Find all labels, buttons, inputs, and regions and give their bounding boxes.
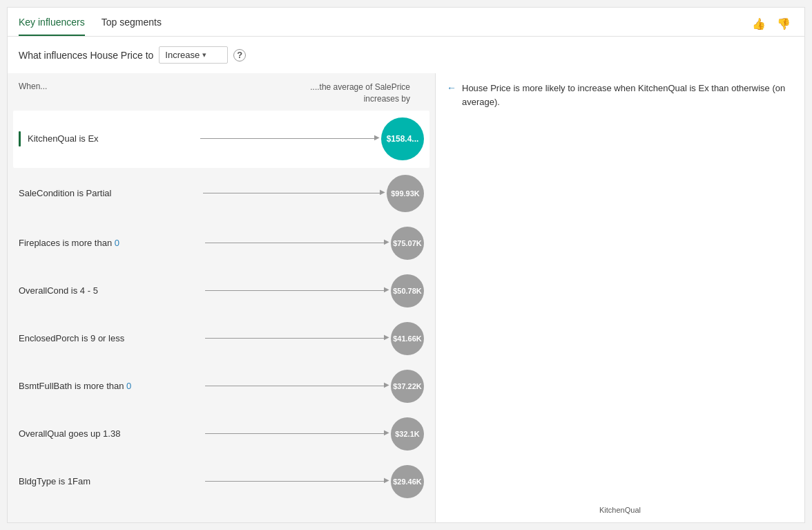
value-bubble-overallcond: $50.78K xyxy=(391,274,424,307)
item-label-bldgtype: BldgType is 1Fam xyxy=(19,476,200,486)
column-headers: When... ....the average of SalePrice inc… xyxy=(19,79,424,111)
question-row: What influences House Price to Increase … xyxy=(8,37,804,73)
chart-title: House Price is more likely to increase w… xyxy=(462,82,793,108)
connector-line-enclosedporch xyxy=(205,338,386,339)
influencer-item-enclosedporch[interactable]: EnclosedPorch is 9 or less$41.66K xyxy=(19,315,424,363)
influencer-item-salecondition[interactable]: SaleCondition is Partial$99.93K xyxy=(19,168,424,220)
item-label-fireplaces: Fireplaces is more than 0 xyxy=(19,238,200,248)
connector-line-fireplaces xyxy=(205,243,386,243)
chart-area: KitchenQual xyxy=(447,117,793,514)
chevron-down-icon: ▾ xyxy=(202,50,206,59)
right-panel: ← House Price is more likely to increase… xyxy=(436,73,804,522)
influence-dropdown[interactable]: Increase ▾ xyxy=(159,46,228,64)
item-label-overallqual: OverallQual goes up 1.38 xyxy=(19,428,200,439)
question-prefix: What influences House Price to xyxy=(19,50,153,61)
value-bubble-overallqual: $32.1K xyxy=(391,417,424,451)
influencer-list: KitchenQual is Ex$158.4...SaleCondition … xyxy=(19,111,424,506)
item-label-text-salecondition: SaleCondition is Partial xyxy=(19,188,111,198)
tab-top-segments[interactable]: Top segments xyxy=(102,17,162,36)
influencer-item-overallqual[interactable]: OverallQual goes up 1.38$32.1K xyxy=(19,410,424,458)
connector-line-bsmtfullbath xyxy=(205,386,386,386)
left-panel: When... ....the average of SalePrice inc… xyxy=(8,73,436,522)
item-label-text-bldgtype: BldgType is 1Fam xyxy=(19,476,90,486)
chart-header: ← House Price is more likely to increase… xyxy=(447,82,793,108)
value-bubble-fireplaces: $75.07K xyxy=(391,227,424,260)
item-label-enclosedporch: EnclosedPorch is 9 or less xyxy=(19,333,200,343)
value-bubble-bsmtfullbath: $37.22K xyxy=(391,370,424,403)
connector-line-bldgtype xyxy=(205,481,386,482)
dropdown-value: Increase xyxy=(165,50,200,60)
col-when-label: When... xyxy=(19,82,310,91)
item-label-text-overallqual: OverallQual goes up 1.38 xyxy=(19,428,120,439)
tabs-left: Key influencers Top segments xyxy=(19,17,162,36)
x-axis-label: KitchenQual xyxy=(447,506,793,514)
help-icon[interactable]: ? xyxy=(233,49,246,61)
value-bubble-enclosedporch: $41.66K xyxy=(391,322,424,355)
bar-chart-container xyxy=(447,117,793,503)
connector-line-overallcond xyxy=(205,290,386,291)
thumbs-up-button[interactable]: 👍 xyxy=(749,16,768,32)
item-label-text-enclosedporch: EnclosedPorch is 9 or less xyxy=(19,333,124,343)
main-container: Key influencers Top segments 👍 👎 What in… xyxy=(7,7,805,523)
influencer-item-bldgtype[interactable]: BldgType is 1Fam$29.46K xyxy=(19,458,424,506)
influencer-item-bsmtfullbath[interactable]: BsmtFullBath is more than 0$37.22K xyxy=(19,363,424,410)
connector-line-overallqual xyxy=(205,433,386,434)
item-label-text-overallcond: OverallCond is 4 - 5 xyxy=(19,285,98,296)
item-label-text-fireplaces: Fireplaces is more than 0 xyxy=(19,238,119,248)
influencer-item-overallcond[interactable]: OverallCond is 4 - 5$50.78K xyxy=(19,267,424,315)
item-label-overallcond: OverallCond is 4 - 5 xyxy=(19,285,200,296)
thumbs-down-button[interactable]: 👎 xyxy=(774,16,793,32)
tabs-row: Key influencers Top segments 👍 👎 xyxy=(8,8,804,37)
connector-line-salecondition xyxy=(203,193,382,193)
value-bubble-kitchenqual: $158.4... xyxy=(381,117,424,160)
tab-key-influencers[interactable]: Key influencers xyxy=(19,17,85,36)
influencer-item-kitchenqual[interactable]: KitchenQual is Ex$158.4... xyxy=(13,111,429,168)
value-bubble-bldgtype: $29.46K xyxy=(391,465,424,498)
item-label-text-bsmtfullbath: BsmtFullBath is more than 0 xyxy=(19,381,131,391)
tabs-icons: 👍 👎 xyxy=(749,16,793,36)
col-increases-label: ....the average of SalePrice increases b… xyxy=(310,82,424,105)
item-label-bsmtfullbath: BsmtFullBath is more than 0 xyxy=(19,381,200,391)
value-bubble-salecondition: $99.93K xyxy=(387,175,424,212)
item-label-text-kitchenqual: KitchenQual is Ex xyxy=(28,133,99,144)
back-arrow-icon[interactable]: ← xyxy=(447,82,456,93)
influencer-item-fireplaces[interactable]: Fireplaces is more than 0$75.07K xyxy=(19,220,424,267)
item-label-kitchenqual: KitchenQual is Ex xyxy=(19,131,195,146)
active-bar-indicator xyxy=(19,131,21,146)
content-area: When... ....the average of SalePrice inc… xyxy=(8,73,804,522)
item-label-salecondition: SaleCondition is Partial xyxy=(19,188,197,198)
connector-line-kitchenqual xyxy=(200,138,376,139)
